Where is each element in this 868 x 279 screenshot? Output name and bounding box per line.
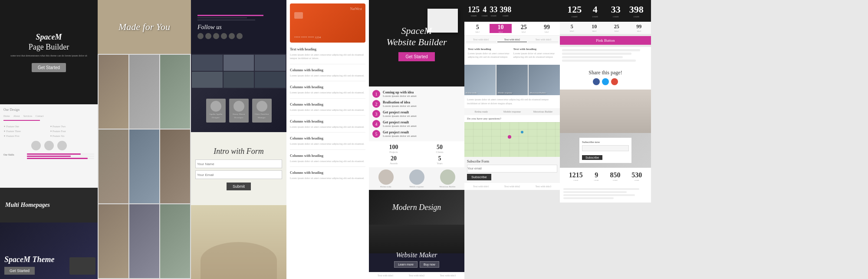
panel5-steps: 1 Coming up with idea Lorem ipsum dolor … <box>369 86 464 141</box>
panel7-bottom-stats: 1215 count 9 count 850 count 530 count <box>560 168 651 185</box>
panel7-num2: 4 <box>593 4 598 15</box>
panel5-step3-number: 3 <box>372 110 380 118</box>
panel3-form-email[interactable] <box>195 170 282 179</box>
panel7-share-tw[interactable] <box>602 78 609 85</box>
panel3-person2-role: Developer <box>234 116 243 119</box>
panel2-photo-laptop <box>129 55 159 129</box>
panel3-form-name[interactable] <box>195 159 282 168</box>
panel7-dark-stats: 125 count 4 count 33 count 398 count <box>560 0 651 22</box>
panel5-step3: 3 Get project result Lorem ipsum dolor s… <box>372 110 461 118</box>
panel3-preview-images <box>191 54 286 89</box>
panel7-stat2: 4 count <box>585 4 606 18</box>
panel5-getstarted-btn[interactable]: Get Started <box>398 52 434 61</box>
panel7-small-stat3: 25 label <box>606 23 627 32</box>
panel1-skills: Our Skills <box>3 153 94 159</box>
panel7-small-stat1: 5 label <box>562 23 582 32</box>
panel1-icon1 <box>31 141 41 150</box>
panel3-person3-face <box>256 101 267 112</box>
panel2-photo-tablet <box>160 204 190 278</box>
panel3-header: Follow us <box>191 0 286 54</box>
panel7-bottom-label4: count <box>631 179 642 181</box>
panel3-social-in[interactable] <box>237 33 243 39</box>
panel7-subscribe-btn[interactable]: Subscribe <box>582 155 602 160</box>
panel6-image2-label: Mobile response <box>498 92 512 94</box>
panel3-form-submit[interactable]: Submit <box>227 183 251 190</box>
panel6-text-labels: Text with title1 Text with title2 Text w… <box>464 183 560 190</box>
panel-columns: NatWest **** **** **** 1234 Text with he… <box>286 0 369 279</box>
panel1-getstarted-button[interactable]: Get Started <box>32 63 66 72</box>
panel7-label2: count <box>592 15 598 18</box>
panel6-image1-label: Retina ready <box>466 92 477 94</box>
panel5-maker-buttons: Learn more Buy now <box>394 261 439 268</box>
panel7-share-fb[interactable] <box>593 78 600 85</box>
panel7-final-line1 <box>563 188 639 190</box>
panel6-stat2: 4 count <box>482 5 487 17</box>
panel5-step2-number: 2 <box>372 100 380 108</box>
panel3-table <box>201 242 277 279</box>
panel3-social-pi[interactable] <box>221 33 227 39</box>
panel3-social-yt[interactable] <box>229 33 235 39</box>
panel1-keyboard-decoration <box>69 257 95 275</box>
panel5-num3: 20 <box>372 155 416 162</box>
panel7-bottom-stat3: 850 count <box>610 171 620 181</box>
panel1-icon3 <box>57 141 67 150</box>
panel7-share-gp[interactable] <box>611 78 618 85</box>
panel3-social-fb[interactable] <box>197 33 204 39</box>
panel3-person3: Claire Hamilton Manager <box>252 99 272 123</box>
panel6-second-stats: 5 label 10 label 25 label 99 label <box>464 22 560 36</box>
panel7-final-line2 <box>563 191 627 193</box>
panel1-multi-title: Multi Homepages <box>5 201 50 209</box>
panel6-text-section: Text with heading Lorem ipsum dolor sit … <box>464 44 560 65</box>
panel7-num1: 125 <box>567 4 582 15</box>
panel3-follow-text: Follow us <box>197 24 222 31</box>
panel6-tab3[interactable]: Text with title3 <box>528 37 558 42</box>
panel6-num3: 33 <box>490 5 497 14</box>
panel4-heading8: Columns with heading <box>290 171 365 175</box>
panel7-bottom-label1: count <box>569 179 583 181</box>
panel6-stat4: 398 count <box>500 5 511 17</box>
panel7-bottom-num1: 1215 <box>569 171 583 179</box>
panel5-cell3: 20 Awards <box>372 155 416 165</box>
panel1-spacem-theme: SpaceM Theme Get Started <box>0 223 98 279</box>
panel6-text-row1: Text with heading Lorem ipsum dolor sit … <box>468 47 556 59</box>
panel1-feature-grid: ✦ Feature One ✦ Feature Two ✦ Feature Th… <box>3 125 94 137</box>
panel1-theme-btn[interactable]: Get Started <box>4 267 35 275</box>
panel1-features: Our Design Home About Services Contact ✦… <box>0 104 98 188</box>
panel3-person1-name: Agatha Agatha <box>209 113 222 115</box>
panel6-subscribe: Subscribe Form Subscribe <box>464 157 560 183</box>
panel6-subscribe-input[interactable] <box>467 165 557 173</box>
panel7-text-block <box>560 47 651 65</box>
panel6-people-label2: Mobile response <box>497 110 527 113</box>
panel6-tab1[interactable]: Text with title1 <box>466 37 496 42</box>
panel6-tab2[interactable]: Text with title2 <box>497 37 527 42</box>
panel3-person3-role: Manager <box>258 116 266 119</box>
panel6-subscribe-btn[interactable]: Subscribe <box>467 174 491 180</box>
panel5-buy-now-btn[interactable]: Buy now <box>420 261 439 268</box>
panel3-social-tw[interactable] <box>205 33 211 39</box>
panel6-s3: 25 label <box>513 24 535 33</box>
panel4-text2: Lorem ipsum dolor sit amet consectetur a… <box>290 74 365 77</box>
panel4-heading3: Columns with heading <box>290 85 365 89</box>
panel5-header: SpaceM Website Builder Get Started <box>369 0 464 86</box>
panel2-photo-workspace <box>99 130 128 203</box>
panel3-intro-title: Intro with Form <box>214 147 263 156</box>
panel7-subscribe-field[interactable] <box>582 145 629 151</box>
panel7-pink-button[interactable]: Pink Button <box>560 36 651 45</box>
panel7-bottom-stat2: 9 count <box>594 171 599 181</box>
panel6-label4: count <box>503 14 508 17</box>
panel3-social-gp[interactable] <box>213 33 219 39</box>
panel6-people-label3: Motorious Builder <box>528 110 558 113</box>
panel7-small-num3: 25 <box>606 23 627 30</box>
panel1-header: SpaceM Page Builder some text that demon… <box>0 0 98 104</box>
panel4-heading4: Columns with heading <box>290 103 365 106</box>
panel5-step5-number: 5 <box>372 130 380 138</box>
panel6-text-label2: Text with title2 <box>498 185 527 188</box>
panel6-text-label3: Text with title3 <box>529 185 558 188</box>
panel7-subscribe-photo: Subscribe now Subscribe <box>560 133 651 168</box>
panel5-learn-more-btn[interactable]: Learn more <box>394 261 418 268</box>
panel6-image2: Mobile response <box>496 65 528 95</box>
panel-follow-intro: Follow us Agatha Agatha Designer <box>191 0 286 279</box>
panel-website-builder: SpaceM Website Builder Get Started 1 Com… <box>369 0 464 279</box>
panel2-photo-office <box>160 55 190 129</box>
panel7-line2 <box>562 53 631 55</box>
